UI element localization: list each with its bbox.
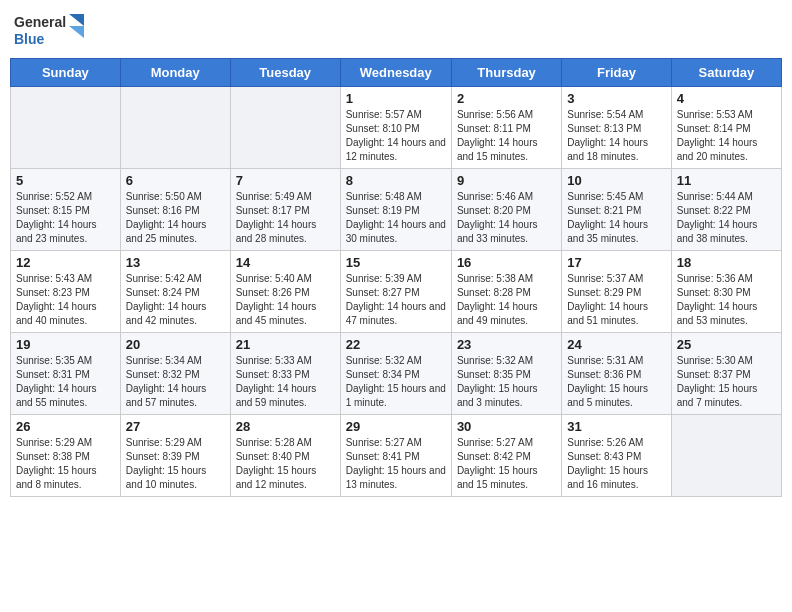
calendar-cell: 10Sunrise: 5:45 AM Sunset: 8:21 PM Dayli… — [562, 169, 671, 251]
weekday-header-tuesday: Tuesday — [230, 59, 340, 87]
day-number: 14 — [236, 255, 335, 270]
day-number: 23 — [457, 337, 556, 352]
day-info: Sunrise: 5:40 AM Sunset: 8:26 PM Dayligh… — [236, 272, 335, 328]
day-info: Sunrise: 5:48 AM Sunset: 8:19 PM Dayligh… — [346, 190, 446, 246]
svg-text:Blue: Blue — [14, 31, 45, 47]
weekday-header-friday: Friday — [562, 59, 671, 87]
calendar-cell — [230, 87, 340, 169]
day-info: Sunrise: 5:46 AM Sunset: 8:20 PM Dayligh… — [457, 190, 556, 246]
weekday-header-sunday: Sunday — [11, 59, 121, 87]
day-info: Sunrise: 5:57 AM Sunset: 8:10 PM Dayligh… — [346, 108, 446, 164]
weekday-header-saturday: Saturday — [671, 59, 781, 87]
calendar-cell: 17Sunrise: 5:37 AM Sunset: 8:29 PM Dayli… — [562, 251, 671, 333]
day-number: 5 — [16, 173, 115, 188]
calendar-cell — [11, 87, 121, 169]
day-number: 31 — [567, 419, 665, 434]
day-info: Sunrise: 5:56 AM Sunset: 8:11 PM Dayligh… — [457, 108, 556, 164]
day-info: Sunrise: 5:50 AM Sunset: 8:16 PM Dayligh… — [126, 190, 225, 246]
day-info: Sunrise: 5:52 AM Sunset: 8:15 PM Dayligh… — [16, 190, 115, 246]
day-number: 19 — [16, 337, 115, 352]
day-number: 8 — [346, 173, 446, 188]
day-number: 22 — [346, 337, 446, 352]
calendar-cell: 12Sunrise: 5:43 AM Sunset: 8:23 PM Dayli… — [11, 251, 121, 333]
calendar-cell: 28Sunrise: 5:28 AM Sunset: 8:40 PM Dayli… — [230, 415, 340, 497]
day-number: 24 — [567, 337, 665, 352]
page-header: GeneralBlue — [10, 10, 782, 50]
calendar-cell: 9Sunrise: 5:46 AM Sunset: 8:20 PM Daylig… — [451, 169, 561, 251]
calendar-cell: 29Sunrise: 5:27 AM Sunset: 8:41 PM Dayli… — [340, 415, 451, 497]
day-number: 16 — [457, 255, 556, 270]
calendar-cell: 11Sunrise: 5:44 AM Sunset: 8:22 PM Dayli… — [671, 169, 781, 251]
calendar-cell: 25Sunrise: 5:30 AM Sunset: 8:37 PM Dayli… — [671, 333, 781, 415]
calendar-week-row: 12Sunrise: 5:43 AM Sunset: 8:23 PM Dayli… — [11, 251, 782, 333]
day-number: 3 — [567, 91, 665, 106]
calendar-week-row: 19Sunrise: 5:35 AM Sunset: 8:31 PM Dayli… — [11, 333, 782, 415]
day-info: Sunrise: 5:53 AM Sunset: 8:14 PM Dayligh… — [677, 108, 776, 164]
day-number: 27 — [126, 419, 225, 434]
day-info: Sunrise: 5:49 AM Sunset: 8:17 PM Dayligh… — [236, 190, 335, 246]
day-number: 17 — [567, 255, 665, 270]
weekday-header-monday: Monday — [120, 59, 230, 87]
calendar-cell: 16Sunrise: 5:38 AM Sunset: 8:28 PM Dayli… — [451, 251, 561, 333]
svg-text:General: General — [14, 14, 66, 30]
calendar-cell: 5Sunrise: 5:52 AM Sunset: 8:15 PM Daylig… — [11, 169, 121, 251]
day-number: 21 — [236, 337, 335, 352]
svg-marker-1 — [69, 26, 84, 38]
day-info: Sunrise: 5:45 AM Sunset: 8:21 PM Dayligh… — [567, 190, 665, 246]
day-info: Sunrise: 5:27 AM Sunset: 8:42 PM Dayligh… — [457, 436, 556, 492]
day-number: 20 — [126, 337, 225, 352]
calendar-cell: 27Sunrise: 5:29 AM Sunset: 8:39 PM Dayli… — [120, 415, 230, 497]
day-number: 12 — [16, 255, 115, 270]
calendar-cell: 18Sunrise: 5:36 AM Sunset: 8:30 PM Dayli… — [671, 251, 781, 333]
day-info: Sunrise: 5:36 AM Sunset: 8:30 PM Dayligh… — [677, 272, 776, 328]
calendar-cell: 6Sunrise: 5:50 AM Sunset: 8:16 PM Daylig… — [120, 169, 230, 251]
day-number: 9 — [457, 173, 556, 188]
day-info: Sunrise: 5:28 AM Sunset: 8:40 PM Dayligh… — [236, 436, 335, 492]
day-info: Sunrise: 5:34 AM Sunset: 8:32 PM Dayligh… — [126, 354, 225, 410]
weekday-header-wednesday: Wednesday — [340, 59, 451, 87]
day-info: Sunrise: 5:27 AM Sunset: 8:41 PM Dayligh… — [346, 436, 446, 492]
weekday-header-thursday: Thursday — [451, 59, 561, 87]
calendar-cell: 20Sunrise: 5:34 AM Sunset: 8:32 PM Dayli… — [120, 333, 230, 415]
day-number: 15 — [346, 255, 446, 270]
calendar-week-row: 5Sunrise: 5:52 AM Sunset: 8:15 PM Daylig… — [11, 169, 782, 251]
calendar-cell: 1Sunrise: 5:57 AM Sunset: 8:10 PM Daylig… — [340, 87, 451, 169]
calendar-cell: 21Sunrise: 5:33 AM Sunset: 8:33 PM Dayli… — [230, 333, 340, 415]
calendar-cell: 31Sunrise: 5:26 AM Sunset: 8:43 PM Dayli… — [562, 415, 671, 497]
calendar-week-row: 1Sunrise: 5:57 AM Sunset: 8:10 PM Daylig… — [11, 87, 782, 169]
calendar-cell: 26Sunrise: 5:29 AM Sunset: 8:38 PM Dayli… — [11, 415, 121, 497]
calendar-cell: 2Sunrise: 5:56 AM Sunset: 8:11 PM Daylig… — [451, 87, 561, 169]
calendar-cell: 14Sunrise: 5:40 AM Sunset: 8:26 PM Dayli… — [230, 251, 340, 333]
day-info: Sunrise: 5:39 AM Sunset: 8:27 PM Dayligh… — [346, 272, 446, 328]
day-number: 30 — [457, 419, 556, 434]
logo-svg: GeneralBlue — [14, 10, 84, 50]
svg-marker-0 — [69, 14, 84, 26]
calendar-week-row: 26Sunrise: 5:29 AM Sunset: 8:38 PM Dayli… — [11, 415, 782, 497]
day-info: Sunrise: 5:43 AM Sunset: 8:23 PM Dayligh… — [16, 272, 115, 328]
day-number: 2 — [457, 91, 556, 106]
day-info: Sunrise: 5:26 AM Sunset: 8:43 PM Dayligh… — [567, 436, 665, 492]
calendar-cell: 22Sunrise: 5:32 AM Sunset: 8:34 PM Dayli… — [340, 333, 451, 415]
day-info: Sunrise: 5:35 AM Sunset: 8:31 PM Dayligh… — [16, 354, 115, 410]
calendar-cell — [120, 87, 230, 169]
day-info: Sunrise: 5:31 AM Sunset: 8:36 PM Dayligh… — [567, 354, 665, 410]
day-info: Sunrise: 5:42 AM Sunset: 8:24 PM Dayligh… — [126, 272, 225, 328]
day-number: 6 — [126, 173, 225, 188]
day-info: Sunrise: 5:44 AM Sunset: 8:22 PM Dayligh… — [677, 190, 776, 246]
day-number: 4 — [677, 91, 776, 106]
calendar-cell: 13Sunrise: 5:42 AM Sunset: 8:24 PM Dayli… — [120, 251, 230, 333]
logo: GeneralBlue — [14, 10, 84, 50]
calendar-cell: 4Sunrise: 5:53 AM Sunset: 8:14 PM Daylig… — [671, 87, 781, 169]
calendar-header-row: SundayMondayTuesdayWednesdayThursdayFrid… — [11, 59, 782, 87]
calendar-cell: 8Sunrise: 5:48 AM Sunset: 8:19 PM Daylig… — [340, 169, 451, 251]
day-number: 7 — [236, 173, 335, 188]
day-number: 11 — [677, 173, 776, 188]
day-info: Sunrise: 5:38 AM Sunset: 8:28 PM Dayligh… — [457, 272, 556, 328]
day-info: Sunrise: 5:32 AM Sunset: 8:35 PM Dayligh… — [457, 354, 556, 410]
day-number: 28 — [236, 419, 335, 434]
day-info: Sunrise: 5:54 AM Sunset: 8:13 PM Dayligh… — [567, 108, 665, 164]
day-info: Sunrise: 5:29 AM Sunset: 8:39 PM Dayligh… — [126, 436, 225, 492]
day-info: Sunrise: 5:33 AM Sunset: 8:33 PM Dayligh… — [236, 354, 335, 410]
calendar-cell: 23Sunrise: 5:32 AM Sunset: 8:35 PM Dayli… — [451, 333, 561, 415]
calendar-cell: 30Sunrise: 5:27 AM Sunset: 8:42 PM Dayli… — [451, 415, 561, 497]
